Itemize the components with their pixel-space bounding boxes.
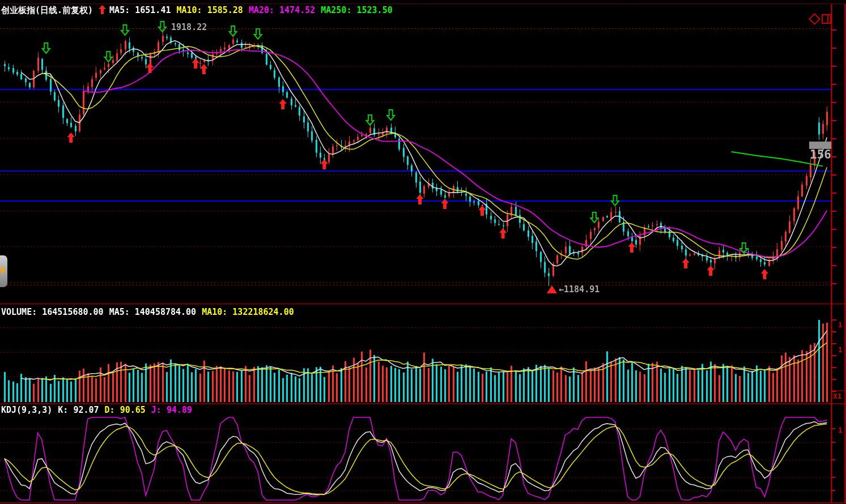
red-up-arrow-icon xyxy=(99,5,106,14)
volume-ma5-label: MA5: 140458784.00 xyxy=(109,307,197,317)
volume-header: VOLUME: 164515680.00MA5: 140458784.00MA1… xyxy=(1,307,300,317)
vol-axis-label-1: 1 xyxy=(838,321,843,329)
main-chart-header: 创业板指(日线.前复权)MA5: 1651.41MA10: 1585.28MA2… xyxy=(1,5,398,16)
ma250-label: MA250: 1523.50 xyxy=(321,5,392,15)
kdj-header: KDJ(9,3,3)K: 92.07D: 90.65J: 94.89 xyxy=(1,405,198,415)
stock-chart-app: 创业板指(日线.前复权)MA5: 1651.41MA10: 1585.28MA2… xyxy=(0,0,846,504)
sidebar-expand-flap[interactable] xyxy=(0,255,7,287)
last-price-tag: 1568 xyxy=(810,148,832,161)
volume-ma10-label: MA10: 132218624.00 xyxy=(202,307,294,317)
ma5-label: MA5: 1651.41 xyxy=(109,5,171,15)
volume-label: VOLUME: 164515680.00 xyxy=(1,307,104,317)
kdj-d-label: D: 90.65 xyxy=(105,405,146,415)
instrument-title: 创业板指(日线.前复权) xyxy=(1,5,93,15)
kdj-j-label: J: 94.89 xyxy=(151,405,192,415)
kdj-k-label: K: 92.07 xyxy=(58,405,99,415)
high-price-annotation: 1918.22 xyxy=(171,22,207,32)
ma10-label: MA10: 1585.28 xyxy=(176,5,243,15)
vol-axis-label-2: 1 xyxy=(838,345,843,354)
low-price-annotation: ←1184.91 xyxy=(559,284,600,294)
chart-canvas[interactable] xyxy=(0,0,846,504)
kdj-axis-label: 1 xyxy=(838,426,843,434)
kdj-title: KDJ(9,3,3) xyxy=(1,405,52,415)
period-multiplier-label: X1 xyxy=(833,392,842,400)
ma20-label: MA20: 1474.52 xyxy=(249,5,315,15)
split-window-icon-divider xyxy=(827,15,828,23)
expand-arrow-icon xyxy=(1,266,6,274)
split-window-icon[interactable] xyxy=(822,14,831,24)
